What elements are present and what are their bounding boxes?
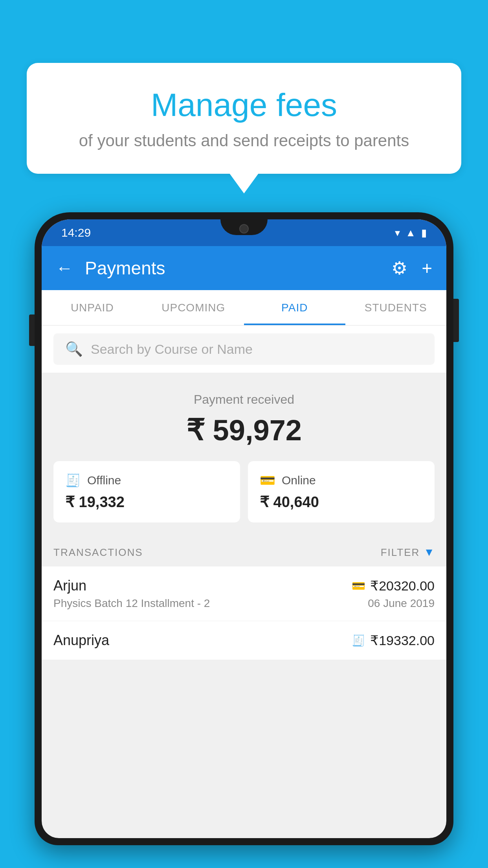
filter-container[interactable]: FILTER ▼ — [381, 546, 435, 559]
search-container: 🔍 Search by Course or Name — [42, 326, 446, 373]
tab-upcoming[interactable]: UPCOMING — [143, 290, 244, 325]
transaction-partial-top: Anupriya 🧾 ₹19332.00 — [53, 632, 435, 649]
speech-bubble: Manage fees of your students and send re… — [27, 63, 461, 174]
app-bar-title: Payments — [85, 257, 380, 279]
notch-camera — [239, 224, 249, 234]
transaction-amount-container: 💳 ₹20320.00 — [352, 578, 435, 594]
bubble-subtitle: of your students and send receipts to pa… — [58, 131, 430, 150]
signal-icon: ▲ — [405, 227, 416, 239]
filter-icon: ▼ — [424, 546, 435, 559]
gear-icon[interactable]: ⚙ — [391, 257, 407, 279]
phone-outer: 14:29 ▾ ▲ ▮ ← Payments ⚙ + UNPAID — [35, 212, 453, 845]
transaction-list: Arjun 💳 ₹20320.00 Physics Batch 12 Insta… — [42, 566, 446, 660]
cash-payment-icon: 🧾 — [352, 634, 365, 647]
tab-unpaid[interactable]: UNPAID — [42, 290, 143, 325]
app-bar-actions: ⚙ + — [391, 257, 432, 279]
transactions-label: TRANSACTIONS — [53, 546, 143, 559]
wifi-icon: ▾ — [395, 227, 400, 239]
online-card: 💳 Online ₹ 40,640 — [248, 461, 435, 522]
online-amount: ₹ 40,640 — [260, 493, 423, 511]
search-box[interactable]: 🔍 Search by Course or Name — [53, 333, 435, 365]
transaction-date: 06 June 2019 — [368, 597, 435, 610]
transactions-header: TRANSACTIONS FILTER ▼ — [42, 538, 446, 566]
phone-screen: 14:29 ▾ ▲ ▮ ← Payments ⚙ + UNPAID — [42, 219, 446, 838]
transaction-amount-2: ₹19332.00 — [370, 633, 435, 648]
tab-students[interactable]: STUDENTS — [345, 290, 447, 325]
tabs-bar: UNPAID UPCOMING PAID STUDENTS — [42, 290, 446, 326]
app-bar: ← Payments ⚙ + — [42, 246, 446, 290]
speech-bubble-container: Manage fees of your students and send re… — [27, 63, 461, 174]
status-icons: ▾ ▲ ▮ — [395, 227, 427, 239]
offline-card-header: 🧾 Offline — [65, 473, 228, 488]
bubble-title: Manage fees — [58, 86, 430, 123]
offline-label: Offline — [87, 474, 121, 487]
card-payment-icon: 💳 — [352, 579, 365, 592]
offline-amount: ₹ 19,332 — [65, 493, 228, 511]
payment-total-amount: ₹ 59,972 — [53, 413, 435, 447]
phone-wrapper: 14:29 ▾ ▲ ▮ ← Payments ⚙ + UNPAID — [35, 212, 453, 868]
table-row[interactable]: Anupriya 🧾 ₹19332.00 — [42, 621, 446, 660]
table-row[interactable]: Arjun 💳 ₹20320.00 Physics Batch 12 Insta… — [42, 566, 446, 621]
back-button[interactable]: ← — [56, 258, 73, 278]
online-icon: 💳 — [260, 473, 275, 488]
filter-label: FILTER — [381, 546, 420, 559]
payment-cards: 🧾 Offline ₹ 19,332 💳 Online ₹ 40,640 — [53, 461, 435, 522]
search-placeholder: Search by Course or Name — [91, 342, 253, 357]
transaction-amount: ₹20320.00 — [370, 578, 435, 594]
payment-summary: Payment received ₹ 59,972 🧾 Offline ₹ 19… — [42, 373, 446, 538]
transaction-bottom: Physics Batch 12 Installment - 2 06 June… — [53, 597, 435, 610]
tab-paid[interactable]: PAID — [244, 290, 345, 325]
offline-icon: 🧾 — [65, 473, 81, 488]
payment-received-label: Payment received — [53, 392, 435, 407]
plus-icon[interactable]: + — [422, 257, 432, 279]
transaction-amount-container-2: 🧾 ₹19332.00 — [352, 633, 435, 648]
online-label: Online — [282, 474, 316, 487]
online-card-header: 💳 Online — [260, 473, 423, 488]
transaction-name-2: Anupriya — [53, 632, 109, 649]
transaction-name: Arjun — [53, 577, 86, 594]
battery-icon: ▮ — [421, 227, 427, 239]
offline-card: 🧾 Offline ₹ 19,332 — [53, 461, 240, 522]
transaction-course: Physics Batch 12 Installment - 2 — [53, 597, 210, 610]
status-time: 14:29 — [61, 226, 91, 239]
search-icon: 🔍 — [65, 341, 83, 357]
transaction-top: Arjun 💳 ₹20320.00 — [53, 577, 435, 594]
